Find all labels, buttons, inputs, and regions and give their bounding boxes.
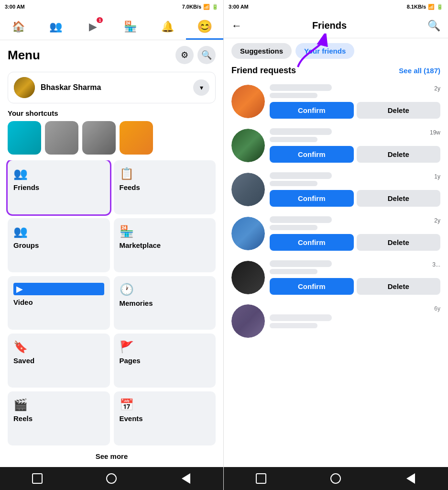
left-speed: 7.0KB/s (182, 4, 201, 10)
req-sub-bar (270, 181, 317, 186)
menu-item-pages[interactable]: 🚩 Pages (114, 334, 216, 388)
right-panel: 3:00 AM 8.1KB/s 📶 🔋 ← Friends 🔍 Suggesti… (224, 0, 448, 490)
left-square-btn[interactable] (28, 471, 47, 486)
friends-page-title: Friends (248, 20, 411, 31)
right-back-btn[interactable] (401, 471, 420, 486)
confirm-button[interactable]: Confirm (270, 278, 354, 295)
menu-item-friends[interactable]: 👥 Friends (8, 160, 110, 214)
nav-notifications[interactable]: 🔔 (149, 13, 186, 40)
profile-chevron-button[interactable]: ▾ (193, 79, 209, 96)
circle-icon (106, 473, 117, 484)
req-buttons-2: Confirm Delete (270, 146, 440, 163)
menu-item-saved[interactable]: 🔖 Saved (8, 334, 110, 388)
right-search-button[interactable]: 🔍 (427, 20, 440, 32)
pages-label: Pages (120, 356, 210, 365)
nav-video[interactable]: ▶ 1 (75, 13, 112, 40)
menu-item-memories[interactable]: 🕐 Memories (114, 276, 216, 330)
req-buttons-5: Confirm Delete (270, 278, 440, 295)
delete-button[interactable]: Delete (357, 234, 441, 251)
see-all-button[interactable]: See all (187) (399, 67, 440, 75)
avatar (14, 77, 35, 98)
right-signal-icon: 📶 (428, 4, 435, 10)
right-battery-icon: 🔋 (437, 4, 443, 10)
confirm-button[interactable]: Confirm (270, 146, 354, 163)
profile-row[interactable]: Bhaskar Sharma ▾ (8, 72, 216, 103)
friends-menu-icon: 👥 (13, 167, 104, 180)
menu-item-feeds[interactable]: 📋 Feeds (114, 160, 216, 214)
search-button[interactable]: 🔍 (197, 46, 216, 64)
nav-friends[interactable]: 👥 (37, 13, 75, 40)
delete-button[interactable]: Delete (357, 190, 441, 207)
tab-suggestions[interactable]: Suggestions (231, 43, 292, 59)
req-time-2: 19w (430, 129, 440, 136)
search-icon: 🔍 (201, 50, 212, 60)
menu-item-marketplace[interactable]: 🏪 Marketplace (114, 218, 216, 272)
delete-button[interactable]: Delete (357, 146, 441, 163)
nav-menu[interactable]: 😊 (186, 13, 223, 40)
right-square-btn[interactable] (251, 471, 271, 486)
events-icon: 📅 (120, 398, 210, 412)
req-sub-bar (270, 225, 317, 230)
request-item: Confirm Delete 3... (224, 256, 448, 300)
req-avatar-4 (231, 217, 265, 250)
nav-home[interactable]: 🏠 (0, 13, 37, 40)
home-icon: 🏠 (12, 21, 25, 33)
left-panel: 3:00 AM 7.0KB/s 📶 🔋 🏠 👥 ▶ 1 🏪 🔔 😊 Menu (0, 0, 224, 490)
menu-item-reels[interactable]: 🎬 Reels (8, 391, 110, 445)
delete-button[interactable]: Delete (357, 278, 441, 295)
friend-requests-title: Friend requests (231, 66, 296, 76)
battery-icon: 🔋 (212, 4, 219, 10)
right-home-btn[interactable] (326, 471, 345, 486)
req-name-bar (270, 314, 332, 321)
feeds-label: Feeds (120, 183, 210, 191)
left-bottom-nav (0, 467, 223, 490)
confirm-button[interactable]: Confirm (270, 190, 354, 207)
circle-icon (330, 473, 341, 484)
video-label: Video (13, 298, 104, 306)
request-item: Confirm Delete 2y (224, 79, 448, 123)
confirm-button[interactable]: Confirm (270, 234, 354, 251)
nav-marketplace[interactable]: 🏪 (111, 13, 149, 40)
shortcut-1[interactable] (8, 121, 41, 155)
memories-label: Memories (120, 299, 210, 307)
square-icon (32, 473, 43, 484)
tab-your-friends[interactable]: Your friends (295, 43, 354, 59)
req-sub-bar (270, 269, 317, 274)
menu-item-video[interactable]: ▶ Video (8, 276, 110, 330)
request-item: Confirm Delete 19w (224, 123, 448, 167)
delete-button[interactable]: Delete (357, 102, 441, 119)
menu-header: Menu ⚙ 🔍 (0, 40, 223, 68)
right-speed: 8.1KB/s (407, 4, 426, 10)
back-button[interactable]: ← (231, 20, 242, 32)
settings-button[interactable]: ⚙ (175, 46, 194, 64)
marketplace-icon: 🏪 (124, 21, 137, 33)
see-more-button[interactable]: See more (0, 445, 223, 467)
shortcut-3[interactable] (82, 121, 116, 155)
tabs-row: Suggestions Your friends (224, 38, 448, 64)
requests-list: Confirm Delete 2y Confirm Delete 19w (224, 79, 448, 467)
req-info-1: Confirm Delete (270, 84, 440, 119)
req-time-1: 2y (434, 85, 440, 92)
friends-icon: 👥 (49, 21, 62, 33)
video-menu-icon: ▶ (13, 283, 104, 295)
req-name-bar (270, 172, 332, 179)
req-name-bar (270, 216, 332, 223)
shortcut-2[interactable] (45, 121, 78, 155)
menu-item-groups[interactable]: 👥 Groups (8, 218, 110, 272)
video-icon: ▶ (89, 21, 97, 33)
friend-requests-header: Friend requests See all (187) (224, 64, 448, 79)
shortcut-4[interactable] (120, 121, 153, 155)
request-item: 6y (224, 300, 448, 343)
triangle-icon (182, 473, 190, 484)
req-sub-bar (270, 323, 317, 328)
square-icon (256, 473, 266, 484)
req-avatar-1 (231, 85, 265, 118)
menu-item-events[interactable]: 📅 Events (114, 391, 216, 445)
left-home-btn[interactable] (102, 471, 121, 486)
req-sub-bar (270, 93, 317, 98)
req-time-3: 1y (434, 173, 440, 180)
shortcuts-label: Your shortcuts (0, 107, 223, 121)
left-back-btn[interactable] (176, 471, 196, 486)
confirm-button[interactable]: Confirm (270, 102, 354, 119)
left-status-bar: 3:00 AM 7.0KB/s 📶 🔋 (0, 0, 223, 13)
